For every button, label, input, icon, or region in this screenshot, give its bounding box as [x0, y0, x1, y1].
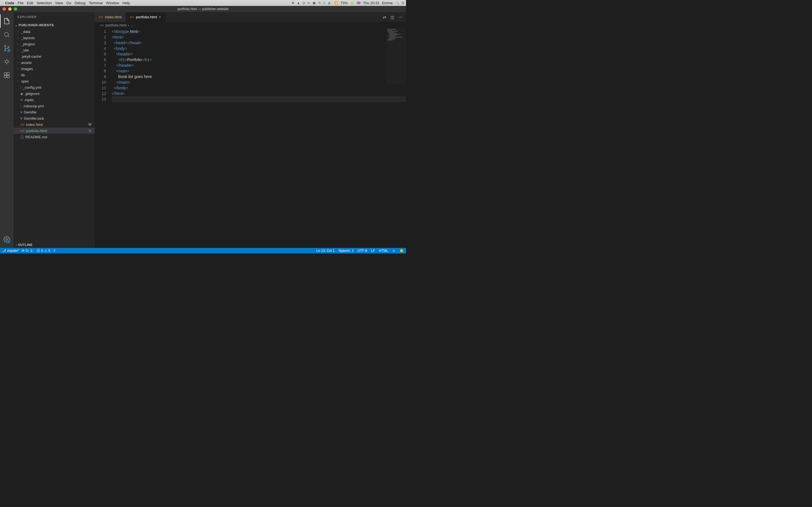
- file-item[interactable]: ≡.rspec: [13, 97, 95, 103]
- editor-tab[interactable]: <>index.html: [95, 12, 126, 22]
- folder-item[interactable]: ›_plugins: [13, 41, 95, 47]
- code-line: [112, 96, 406, 102]
- file-name: .rspec: [24, 98, 34, 102]
- editor-tab[interactable]: <>portfolio.html×: [126, 12, 165, 22]
- bluetooth-icon[interactable]: ᛒ: [323, 1, 325, 5]
- menu-window[interactable]: Window: [106, 1, 119, 5]
- window-maximize-button[interactable]: [14, 7, 17, 11]
- folder-item[interactable]: ›images: [13, 66, 95, 72]
- activity-settings[interactable]: 1: [0, 233, 13, 246]
- menubar-app-icon[interactable]: ▣: [313, 1, 316, 5]
- breadcrumb[interactable]: <> portfolio.html › ...: [95, 22, 406, 28]
- code-content[interactable]: <!doctype html><html> <head></head> <bod…: [112, 28, 406, 248]
- git-sync-status[interactable]: ⟳ 0↓ 1↑: [22, 249, 34, 252]
- line-number: 4: [95, 46, 106, 51]
- statusbar: ⎇ master* ⟳ 0↓ 1↑ ⓧ 0 ⚠ 0 ⇪ Ln 13, Col 1…: [0, 248, 406, 253]
- folder-item[interactable]: ›.jekyll-cache: [13, 53, 95, 59]
- battery-icon[interactable]: 🔋: [350, 1, 354, 5]
- code-line: <!doctype html>: [112, 29, 406, 34]
- problems-status[interactable]: ⓧ 0 ⚠ 0: [37, 248, 50, 253]
- svg-point-5: [5, 60, 8, 63]
- activity-source-control[interactable]: 2: [0, 41, 13, 55]
- folder-item[interactable]: ›assets: [13, 59, 95, 66]
- spotlight-icon[interactable]: 🔍: [395, 1, 399, 5]
- menu-view[interactable]: View: [55, 1, 63, 5]
- file-item[interactable]: ◆.gitignore: [13, 91, 95, 97]
- clock[interactable]: Thu 20:31: [363, 1, 379, 5]
- file-item[interactable]: ≡Gemfile.lock: [13, 115, 95, 121]
- window-close-button[interactable]: [3, 7, 6, 11]
- activity-debug[interactable]: [0, 55, 13, 68]
- code-line: <html>: [112, 34, 406, 40]
- folder-item[interactable]: ›_layouts: [13, 35, 95, 41]
- file-item[interactable]: !_config.yml: [13, 84, 95, 91]
- minimap[interactable]: [386, 28, 406, 84]
- activity-bar: 2 1: [0, 12, 13, 248]
- folder-item[interactable]: ›_site: [13, 47, 95, 53]
- close-tab-icon[interactable]: ×: [159, 15, 161, 19]
- file-item[interactable]: !.rubocop.yml: [13, 103, 95, 109]
- activity-explorer[interactable]: [0, 14, 13, 28]
- activity-search[interactable]: [0, 28, 13, 41]
- scm-badge: 2: [7, 48, 11, 52]
- user-name[interactable]: Emma: [382, 1, 393, 5]
- menubar-tray-icon[interactable]: ⚙: [292, 1, 294, 5]
- code-line: <body>: [112, 46, 406, 51]
- encoding-status[interactable]: UTF-8: [357, 249, 367, 252]
- chevron-right-icon: ›: [128, 23, 129, 27]
- flag-icon[interactable]: 🇬🇧: [357, 1, 361, 5]
- file-item[interactable]: <>portfolio.htmlU: [13, 128, 95, 134]
- menu-edit[interactable]: Edit: [27, 1, 33, 5]
- file-item[interactable]: <>index.htmlM: [13, 121, 95, 128]
- menubar-app-name[interactable]: Code: [5, 1, 14, 5]
- html-file-icon: <>: [100, 23, 104, 27]
- menubar-circle-icon[interactable]: ◎: [303, 1, 305, 5]
- wifi-icon[interactable]: 📶: [334, 1, 338, 5]
- menu-terminal[interactable]: Terminal: [89, 1, 103, 5]
- code-editor[interactable]: 12345678910111213 <!doctype html><html> …: [95, 28, 406, 248]
- language-mode[interactable]: HTML: [379, 249, 388, 252]
- file-item[interactable]: ≡Gemfile: [13, 109, 95, 115]
- line-number: 6: [95, 57, 106, 62]
- menu-file[interactable]: File: [18, 1, 24, 5]
- folder-item[interactable]: ›spec: [13, 78, 95, 84]
- folder-item[interactable]: ›_data: [13, 29, 95, 35]
- sidebar-project-section[interactable]: ⌄ PUBLISHER-WEBSITE: [13, 22, 95, 29]
- outline-section[interactable]: › OUTLINE: [13, 241, 95, 248]
- chevron-right-icon: ›: [17, 67, 20, 70]
- line-number: 8: [95, 68, 106, 74]
- code-line: </body>: [112, 85, 406, 91]
- indentation-status[interactable]: Spaces: 2: [339, 249, 354, 252]
- menu-help[interactable]: Help: [122, 1, 130, 5]
- compare-changes-icon[interactable]: ⇄: [383, 15, 386, 19]
- menu-go[interactable]: Go: [66, 1, 71, 5]
- line-number: 2: [95, 34, 106, 40]
- split-editor-icon[interactable]: ◫: [391, 15, 394, 19]
- live-share-icon[interactable]: ⇪: [53, 249, 56, 252]
- menu-debug[interactable]: Debug: [75, 1, 86, 5]
- warning-icon: ⚠: [44, 249, 47, 252]
- html-file-icon: <>: [130, 15, 134, 19]
- file-tree: ›_data›_layouts›_plugins›_site›.jekyll-c…: [13, 29, 95, 241]
- folder-item[interactable]: ›lib: [13, 72, 95, 78]
- battery-percent[interactable]: 73%: [340, 1, 348, 5]
- menubar-list-icon[interactable]: ☰: [402, 1, 404, 5]
- volume-icon[interactable]: 🔈: [327, 1, 332, 5]
- menubar-timemachine-icon[interactable]: ↻: [318, 1, 321, 5]
- code-line: </header>: [112, 62, 406, 68]
- window-minimize-button[interactable]: [8, 7, 11, 11]
- menubar-flame-icon[interactable]: ▲: [297, 1, 300, 5]
- file-item[interactable]: ⓘREADME.md: [13, 134, 95, 140]
- more-actions-icon[interactable]: ⋯: [399, 15, 403, 19]
- menubar-evernote-icon[interactable]: ❧: [308, 1, 310, 5]
- menu-selection[interactable]: Selection: [37, 1, 52, 5]
- line-number: 3: [95, 40, 106, 46]
- folder-name: assets: [21, 60, 32, 65]
- eol-status[interactable]: LF: [371, 249, 375, 252]
- notifications-icon[interactable]: 🔔: [400, 249, 404, 252]
- file-name: README.md: [26, 135, 47, 139]
- feedback-icon[interactable]: ☺: [392, 249, 396, 252]
- activity-extensions[interactable]: [0, 68, 13, 82]
- cursor-position[interactable]: Ln 13, Col 1: [316, 249, 335, 252]
- git-branch-status[interactable]: ⎇ master*: [2, 249, 19, 252]
